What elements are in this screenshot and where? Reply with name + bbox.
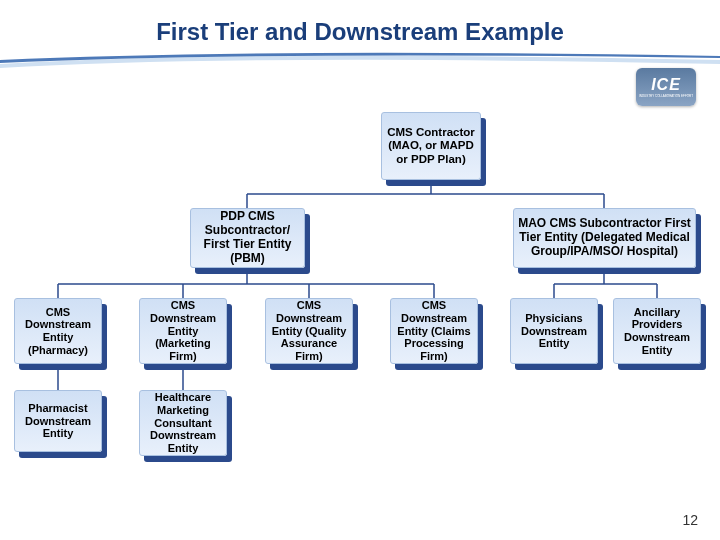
node-tier1-mao: MAO CMS Subcontractor First Tier Entity … bbox=[513, 208, 696, 268]
logo-text: ICE bbox=[651, 76, 681, 94]
node-t2-qa: CMS Downstream Entity (Quality Assurance… bbox=[265, 298, 353, 364]
node-tier1-pdp: PDP CMS Subcontractor/ First Tier Entity… bbox=[190, 208, 305, 268]
logo-badge: ICE INDUSTRY COLLABORATION EFFORT bbox=[636, 68, 696, 106]
node-t3-marketing-consultant: Healthcare Marketing Consultant Downstre… bbox=[139, 390, 227, 456]
node-t2-claims: CMS Downstream Entity (Claims Processing… bbox=[390, 298, 478, 364]
node-t2-ancillary: Ancillary Providers Downstream Entity bbox=[613, 298, 701, 364]
connector-lines bbox=[0, 108, 720, 508]
node-t2-pharmacy: CMS Downstream Entity (Pharmacy) bbox=[14, 298, 102, 364]
slide-number: 12 bbox=[682, 512, 698, 528]
node-t2-physicians: Physicians Downstream Entity bbox=[510, 298, 598, 364]
logo-subtext: INDUSTRY COLLABORATION EFFORT bbox=[639, 94, 693, 98]
page-title: First Tier and Downstream Example bbox=[0, 0, 720, 52]
org-chart: CMS Contractor (MAO, or MAPD or PDP Plan… bbox=[0, 108, 720, 508]
node-root: CMS Contractor (MAO, or MAPD or PDP Plan… bbox=[381, 112, 481, 180]
node-t3-pharmacist: Pharmacist Downstream Entity bbox=[14, 390, 102, 452]
node-t2-marketing: CMS Downstream Entity (Marketing Firm) bbox=[139, 298, 227, 364]
decorative-swoosh bbox=[0, 48, 720, 70]
